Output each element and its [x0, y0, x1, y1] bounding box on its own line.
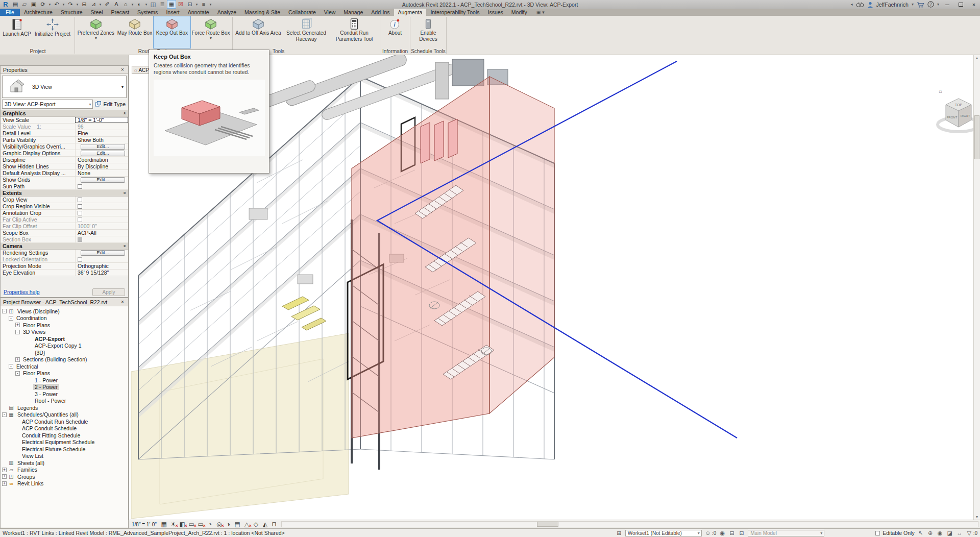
thin-lines-icon[interactable]: ≣ [158, 1, 166, 8]
viewcube-home-icon[interactable]: ⌂ [939, 88, 942, 94]
tree-expand-toggle[interactable]: - [9, 316, 13, 321]
tree-item[interactable]: + Sections (Building Section) [1, 356, 128, 363]
redo-dropdown-icon[interactable]: ▾ [76, 1, 79, 8]
edit-button[interactable]: Edit... [81, 177, 125, 183]
property-value[interactable]: » [75, 256, 128, 262]
force-route-box-dropdown-icon[interactable]: ▼ [209, 37, 212, 39]
ribbon-state-dropdown-icon[interactable]: ▾ [542, 10, 545, 15]
horizontal-scrollbar[interactable] [281, 521, 978, 527]
edit-button[interactable]: Edit... [81, 144, 125, 150]
section-collapse-icon[interactable]: » [121, 112, 127, 114]
tree-expand-toggle[interactable]: + [15, 357, 20, 362]
sun-path-icon[interactable]: ☀ [169, 521, 177, 528]
property-value[interactable]: » [75, 203, 128, 209]
tree-expand-toggle[interactable]: + [15, 323, 20, 327]
tree-item[interactable]: ACP Conduit Run Schedule [1, 418, 128, 425]
project-browser-header[interactable]: Project Browser - ACP_TechSchool_R22.rvt… [1, 298, 128, 306]
3d-view-dropdown-icon[interactable]: ▾ [131, 1, 134, 8]
property-checkbox[interactable] [78, 217, 82, 222]
tree-item[interactable]: 2 - Power [1, 384, 128, 391]
property-value[interactable]: » [75, 243, 128, 249]
worksharing-monitor-icon[interactable]: ◉ [719, 530, 726, 536]
ribbon-tab[interactable]: Augmenta [394, 9, 427, 16]
search-binoculars-icon[interactable] [856, 2, 864, 8]
tree-item[interactable]: ▤ Legends [1, 404, 128, 411]
highlight-displacement-icon[interactable]: ◇ [252, 521, 260, 528]
sync-with-central-icon[interactable]: ⟳ [39, 1, 47, 8]
tree-expand-toggle[interactable]: - [2, 309, 7, 313]
scroll-down-icon[interactable]: ▼ [974, 515, 980, 519]
ribbon-tab[interactable]: Manage [339, 9, 367, 16]
app-store-cart-icon[interactable] [917, 2, 924, 8]
vertical-scroll-thumb[interactable] [974, 115, 979, 159]
tree-item[interactable]: Electrical Fixture Schedule [1, 446, 128, 453]
tree-item[interactable]: + ∞ Revit Links [1, 480, 128, 487]
tree-item[interactable]: ACP-Export Copy 1 [1, 343, 128, 350]
text-icon[interactable]: A [112, 1, 120, 8]
tree-expand-toggle[interactable]: + [2, 468, 7, 472]
property-value[interactable]: Edit... » [75, 177, 128, 183]
tree-item[interactable]: ACP Conduit Schedule [1, 425, 128, 432]
switch-windows-dropdown-icon[interactable]: ▾ [195, 1, 199, 8]
project-browser-close-icon[interactable]: × [119, 299, 126, 305]
property-value[interactable]: 1000' 0" » [75, 223, 128, 229]
property-value[interactable]: None » [75, 170, 128, 176]
group-label-schedule-tools[interactable]: Schedule Tools [410, 48, 446, 55]
may-route-box-button[interactable]: May Route Box [116, 16, 154, 48]
ribbon-tab[interactable]: Architecture [20, 9, 57, 16]
edit-button[interactable]: Edit... [81, 151, 125, 156]
property-value[interactable]: By Discipline » [75, 163, 128, 169]
select-by-face-icon[interactable]: ◪ [946, 530, 953, 536]
preferred-zones-dropdown-icon[interactable]: ▼ [94, 37, 97, 39]
render-dropdown-icon[interactable]: ▾ [144, 1, 148, 8]
active-workset-select[interactable]: Workset1 (Not Editable) ▾ [625, 530, 702, 536]
redo-icon[interactable]: ↷ [66, 1, 75, 8]
tree-item[interactable]: 3 - Power [1, 390, 128, 398]
property-value[interactable]: 96 » [75, 124, 128, 130]
tree-item[interactable]: + ◰ Groups [1, 473, 128, 480]
ribbon-tab[interactable]: Collaborate [284, 9, 320, 16]
close-button[interactable]: × [969, 2, 979, 8]
tree-expand-toggle[interactable]: - [9, 364, 13, 369]
analytical-model-icon[interactable]: △ [243, 521, 251, 528]
edit-button[interactable]: Edit... [81, 250, 125, 256]
property-value[interactable]: 1/8" = 1'-0" » [75, 117, 128, 123]
switch-windows-icon[interactable]: ⊡ [186, 1, 194, 8]
account-person-icon[interactable] [867, 2, 873, 8]
property-value[interactable]: Orthographic » [75, 263, 128, 269]
tree-expand-toggle[interactable]: - [2, 412, 7, 417]
aligned-dimension-icon[interactable]: ✐ [103, 1, 111, 8]
save-icon[interactable]: ▣ [30, 1, 38, 8]
add-to-off-axis-area-button[interactable]: Add to Off Axis Area [234, 16, 283, 48]
ribbon-tab[interactable]: Modify [507, 9, 531, 16]
default-3d-view-icon[interactable]: ⌂ [121, 1, 130, 8]
property-value[interactable]: Fine » [75, 130, 128, 136]
property-value[interactable]: » [75, 236, 128, 242]
tree-item[interactable]: - ◫ Views (Discipline) [1, 308, 128, 315]
tree-item[interactable]: ▥ Sheets (all) [1, 459, 128, 467]
ribbon-tab[interactable]: Massing & Site [240, 9, 284, 16]
property-value[interactable]: » [75, 110, 128, 116]
tree-item[interactable]: Conduit Fitting Schedule [1, 432, 128, 439]
crop-view-icon[interactable]: ▭ [188, 521, 195, 528]
property-value[interactable]: Edit... » [75, 150, 128, 156]
property-checkbox[interactable] [78, 198, 82, 202]
ribbon-tab[interactable]: Systems [133, 9, 162, 16]
open-file-icon[interactable]: ▱ [20, 1, 29, 8]
ribbon-tab[interactable]: Analyze [213, 9, 240, 16]
ribbon-tab[interactable]: Precast [107, 9, 134, 16]
design-options-icon[interactable]: ⊟ [728, 530, 736, 536]
filter-icon[interactable]: ▽ [966, 530, 973, 536]
undo-dropdown-icon[interactable]: ▾ [62, 1, 65, 8]
tree-item[interactable]: - Floor Plans [1, 370, 128, 377]
properties-header[interactable]: Properties × [1, 66, 128, 74]
apply-button[interactable]: Apply [92, 288, 125, 296]
property-value[interactable]: Show Both » [75, 137, 128, 143]
property-value[interactable]: ACP-All » [75, 230, 128, 236]
property-checkbox[interactable] [78, 211, 82, 215]
section-icon[interactable]: ◫ [149, 1, 157, 8]
launch-acp-button[interactable]: Launch ACP [2, 16, 32, 48]
ribbon-tab[interactable]: View [320, 9, 340, 16]
tree-item[interactable]: 1 - Power [1, 377, 128, 384]
sync-dropdown-icon[interactable]: ▾ [48, 1, 52, 8]
